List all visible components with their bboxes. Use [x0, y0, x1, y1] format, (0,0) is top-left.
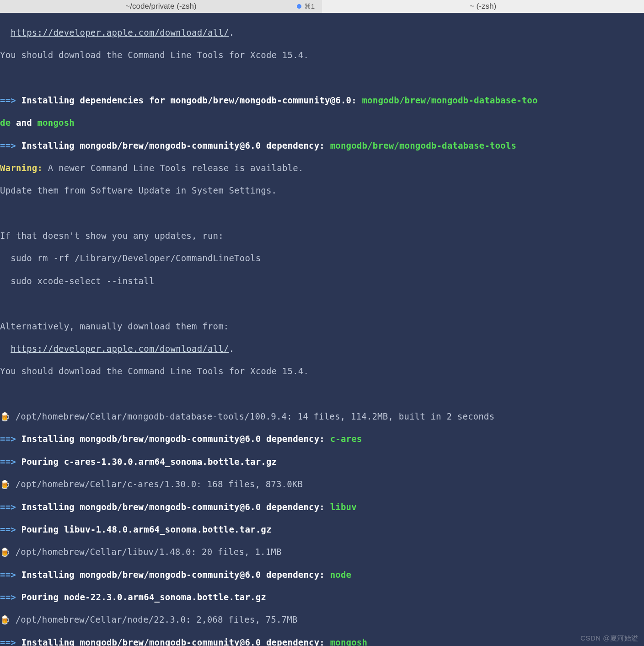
download-url-link[interactable]: https://developer.apple.com/download/all… [11, 27, 229, 38]
tab-shortcut-label: ⌘1 [304, 2, 315, 11]
beer-icon: 🍺 [0, 614, 10, 625]
dep-name: libuv [330, 502, 357, 512]
warning-label: Warning: [0, 163, 43, 173]
arrow-icon: ==> [0, 637, 16, 646]
tab-inactive[interactable]: ~ (-zsh) [322, 0, 644, 13]
terminal-output[interactable]: https://developer.apple.com/download/all… [0, 13, 644, 646]
arrow-icon: ==> [0, 434, 16, 444]
arrow-icon: ==> [0, 524, 16, 534]
dep-name: mongosh [330, 637, 367, 646]
arrow-icon: ==> [0, 570, 16, 580]
tab-active[interactable]: ~/code/private (-zsh) ⌘1 [0, 0, 322, 13]
terminal-tabbar: ~/code/private (-zsh) ⌘1 ~ (-zsh) [0, 0, 644, 13]
tab-active-shortcut: ⌘1 [297, 2, 315, 11]
beer-icon: 🍺 [0, 479, 10, 490]
arrow-icon: ==> [0, 140, 16, 151]
arrow-icon: ==> [0, 95, 16, 105]
beer-icon: 🍺 [0, 411, 10, 422]
tab-inactive-title: ~ (-zsh) [470, 1, 496, 11]
deps-prefix: Installing dependencies for mongodb/brew… [21, 95, 362, 105]
tab-active-title: ~/code/private (-zsh) [125, 1, 196, 11]
arrow-icon: ==> [0, 502, 16, 512]
output-text: You should download the Command Line Too… [0, 49, 643, 61]
dep-name: c-ares [330, 434, 362, 444]
download-url-link[interactable]: https://developer.apple.com/download/all… [11, 344, 229, 354]
arrow-icon: ==> [0, 457, 16, 467]
dep-name: mongodb/brew/mongodb-database-tools [330, 140, 516, 151]
dep-name-cont: de [0, 118, 11, 128]
arrow-icon: ==> [0, 592, 16, 602]
beer-icon: 🍺 [0, 547, 10, 557]
dep-name: mongosh [37, 118, 74, 128]
dep-name: node [330, 570, 352, 580]
dep-name: mongodb/brew/mongodb-database-too [362, 95, 537, 105]
activity-indicator-icon [297, 4, 301, 9]
